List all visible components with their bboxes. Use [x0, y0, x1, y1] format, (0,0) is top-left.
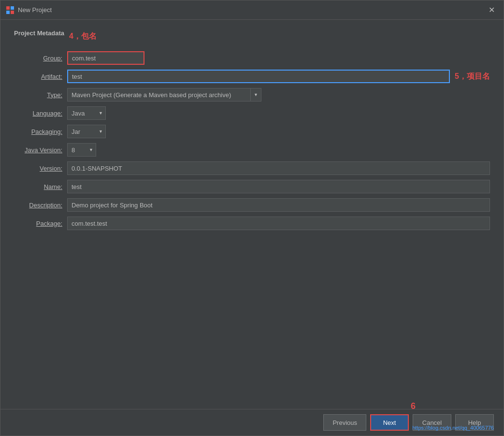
name-input[interactable]	[67, 180, 490, 193]
dialog-title: New Project	[18, 6, 52, 14]
language-select[interactable]: Java Kotlin Groovy	[67, 106, 106, 120]
group-input[interactable]	[67, 51, 144, 65]
artifact-label: Artifact:	[14, 73, 67, 80]
packaging-row: Packaging: Jar War	[14, 125, 490, 138]
package-input[interactable]	[67, 217, 490, 230]
description-input[interactable]	[67, 198, 490, 212]
content-area: Project Metadata 4，包名 Group: Artifact: 5…	[0, 20, 504, 409]
type-select-display: Maven Project (Generate a Maven based pr…	[67, 88, 251, 102]
packaging-select[interactable]: Jar War	[67, 125, 106, 138]
version-row: Version:	[14, 161, 490, 175]
annotation-5: 5，项目名	[455, 72, 490, 82]
language-label: Language:	[14, 110, 67, 117]
next-button[interactable]: Next	[370, 414, 409, 431]
description-label: Description:	[14, 202, 67, 209]
type-row: Type: Maven Project (Generate a Maven ba…	[14, 88, 490, 102]
url-label: https://blog.csdn.net/qq_40065776	[412, 425, 494, 431]
svg-rect-0	[6, 6, 10, 10]
language-select-wrapper: Java Kotlin Groovy	[67, 106, 106, 120]
svg-rect-3	[11, 11, 14, 14]
language-row: Language: Java Kotlin Groovy	[14, 106, 490, 120]
java-version-row: Java Version: 8 11 17	[14, 143, 490, 157]
artifact-input[interactable]	[67, 70, 450, 83]
package-row: Package:	[14, 217, 490, 230]
new-project-dialog: New Project ✕ Project Metadata 4，包名 Grou…	[0, 0, 504, 436]
version-input[interactable]	[67, 161, 490, 175]
group-label: Group:	[14, 55, 67, 62]
footer: 6 Previous Next Cancel Help https://blog…	[0, 409, 504, 436]
packaging-label: Packaging:	[14, 128, 67, 135]
packaging-select-wrapper: Jar War	[67, 125, 106, 138]
java-version-select[interactable]: 8 11 17	[67, 143, 96, 157]
name-label: Name:	[14, 183, 67, 190]
annotation-6: 6	[411, 401, 416, 411]
version-label: Version:	[14, 165, 67, 172]
type-select-wrapper: Maven Project (Generate a Maven based pr…	[67, 88, 261, 102]
group-row: Group:	[14, 51, 490, 65]
description-row: Description:	[14, 198, 490, 212]
app-icon	[6, 6, 14, 14]
close-button[interactable]: ✕	[486, 4, 498, 15]
type-label: Type:	[14, 91, 67, 99]
java-version-label: Java Version:	[14, 146, 67, 154]
name-row: Name:	[14, 180, 490, 193]
title-bar: New Project ✕	[0, 0, 504, 20]
svg-rect-1	[11, 6, 14, 10]
artifact-row: Artifact: 5，项目名	[14, 70, 490, 83]
annotation-4: 4，包名	[69, 31, 97, 42]
svg-rect-2	[6, 11, 10, 14]
section-title: Project Metadata	[14, 29, 64, 37]
java-version-select-wrapper: 8 11 17	[67, 143, 96, 157]
type-dropdown-button[interactable]: ▼	[251, 88, 261, 102]
title-bar-left: New Project	[6, 6, 52, 14]
package-label: Package:	[14, 220, 67, 227]
previous-button[interactable]: Previous	[323, 414, 366, 431]
